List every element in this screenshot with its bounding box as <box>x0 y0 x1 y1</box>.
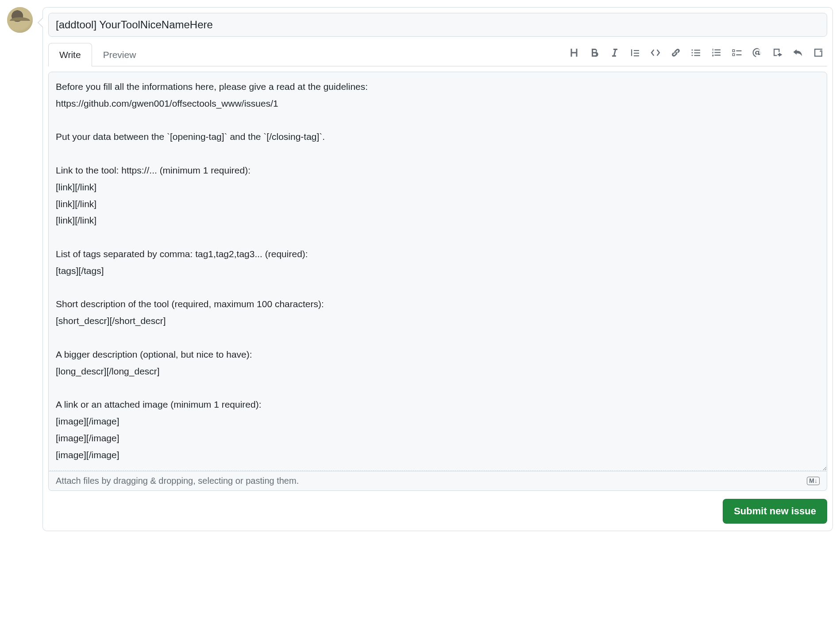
attach-files-text: Attach files by dragging & dropping, sel… <box>56 476 299 486</box>
submit-new-issue-button[interactable]: Submit new issue <box>723 499 827 524</box>
tab-preview[interactable]: Preview <box>92 43 147 66</box>
unordered-list-icon[interactable] <box>691 47 701 58</box>
issue-body-textarea[interactable] <box>49 72 827 471</box>
quote-icon[interactable] <box>630 47 640 58</box>
heading-icon[interactable] <box>569 47 579 58</box>
tab-write[interactable]: Write <box>48 43 92 66</box>
bold-icon[interactable] <box>589 47 600 58</box>
ordered-list-icon[interactable] <box>711 47 722 58</box>
reply-icon[interactable] <box>793 47 803 58</box>
attach-files-bar[interactable]: Attach files by dragging & dropping, sel… <box>48 471 827 491</box>
link-icon[interactable] <box>670 47 681 58</box>
markdown-toolbar <box>569 47 827 62</box>
comment-form: Write Preview <box>42 7 833 531</box>
markdown-supported-icon[interactable]: M↓ <box>807 477 820 485</box>
mention-icon[interactable] <box>752 47 763 58</box>
task-list-icon[interactable] <box>732 47 742 58</box>
code-icon[interactable] <box>650 47 661 58</box>
resize-handle[interactable] <box>50 471 826 471</box>
issue-title-input[interactable] <box>48 13 827 37</box>
editor-tab-bar: Write Preview <box>48 43 827 66</box>
avatar[interactable] <box>7 7 33 33</box>
editor-body: Attach files by dragging & dropping, sel… <box>48 72 827 491</box>
cross-reference-icon[interactable] <box>772 47 783 58</box>
italic-icon[interactable] <box>609 47 620 58</box>
fullscreen-icon[interactable] <box>813 47 824 58</box>
